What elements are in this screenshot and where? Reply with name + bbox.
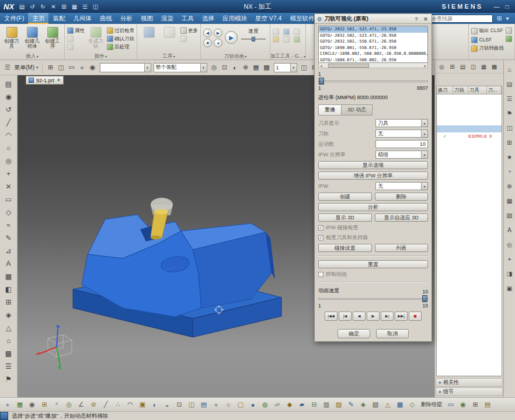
selected-row[interactable] (437, 125, 502, 132)
close-icon[interactable]: ✕ (422, 16, 429, 22)
tab-3d-dynamic[interactable]: 3D 动态 (342, 104, 373, 116)
part-file-tab[interactable]: 92-1.prt ✕ (26, 76, 64, 85)
section-details[interactable]: 细节 (436, 387, 503, 396)
bottom-toolbar-icon[interactable]: ● (247, 399, 259, 410)
resource-bar-icon[interactable]: ⌂ (505, 65, 514, 74)
ribbon-tab[interactable]: 应用模块 (218, 13, 251, 24)
play-backward-button[interactable]: ◀ (203, 29, 212, 37)
operation-big-button[interactable] (140, 25, 158, 38)
delete-group-label[interactable]: 删除组据 (419, 401, 444, 408)
ipw-resolution-select[interactable]: 精细 (375, 150, 428, 159)
ribbon-tab[interactable]: 视图 (137, 13, 157, 24)
postprocess-button[interactable]: 后处理 (107, 43, 134, 51)
bottom-toolbar-icon[interactable]: ⊞ (39, 399, 50, 410)
ribbon-right-mini-button[interactable] (506, 27, 512, 34)
machining-tool-icon[interactable] (283, 29, 290, 35)
toolpath-position-slider[interactable] (318, 78, 428, 85)
qat-icon[interactable]: ▦ (70, 2, 79, 11)
left-toolbar-icon[interactable]: ◠ (1, 129, 16, 142)
selection-toolbar-icon[interactable]: ◫ (57, 63, 66, 72)
scrollbar-thumb[interactable] (328, 64, 369, 68)
bottom-toolbar-icon[interactable]: ▧ (370, 399, 381, 410)
resource-bar-icon[interactable]: ▦ (505, 196, 514, 205)
left-toolbar-icon[interactable]: ▤ (1, 78, 16, 90)
left-toolbar-icon[interactable]: ◉ (1, 90, 16, 103)
list-button[interactable]: 列表 (375, 244, 429, 252)
navigator-toolbar-icon[interactable]: ▩ (490, 62, 499, 71)
bottom-toolbar-icon[interactable]: ⊟ (308, 399, 320, 410)
reset-button[interactable]: 重置 (318, 260, 428, 268)
qat-icon[interactable]: ⊞ (60, 2, 68, 11)
left-toolbar-icon[interactable]: ▭ (1, 193, 16, 206)
bottom-toolbar-icon[interactable]: ◫ (186, 399, 197, 410)
window-control-icon[interactable]: — (492, 2, 501, 11)
goto-statement-row[interactable]: GOTO/-1890.001,-558.671,-26.950 (319, 45, 427, 51)
speed-slider[interactable] (241, 37, 266, 41)
group-label-machining-tools[interactable]: 加工工具 - G... (270, 53, 305, 60)
left-toolbar-icon[interactable]: ◧ (1, 283, 16, 296)
goto-statement-list[interactable]: GOTO/-2032.502,-523.471,-23.950GOTO/-203… (318, 26, 428, 63)
ipw-create-button[interactable]: 创建 (318, 192, 372, 201)
bottom-toolbar-icon[interactable]: ▢ (235, 399, 246, 410)
machining-tool-icon[interactable] (273, 29, 279, 35)
operation-big-button[interactable] (160, 25, 179, 38)
bottom-toolbar-icon[interactable]: ◉ (457, 399, 469, 410)
speed-slider-thumb[interactable] (422, 295, 427, 302)
bottom-toolbar-icon[interactable]: ╱ (100, 399, 112, 410)
ribbon-tab[interactable]: 选择 (198, 13, 218, 24)
ribbon-tab[interactable]: 主页 (28, 13, 48, 24)
bottom-toolbar-icon[interactable]: ▣ (137, 399, 148, 410)
navigator-table[interactable]: 换刀 刀轨 刀具 刀... ✓ E32R0.8 0 (436, 86, 502, 376)
left-toolbar-icon[interactable]: ≈ (1, 219, 16, 232)
left-toolbar-icon[interactable]: ⚑ (1, 373, 16, 386)
machining-tool-icon[interactable] (294, 29, 300, 35)
suppress-animation-checkbox[interactable]: 抑制动画 (318, 271, 428, 278)
goto-statement-row[interactable]: CIRCLE/-1890.002,-560.002,-26.950,0.0000… (319, 51, 427, 57)
goto-statement-row[interactable]: GOTO/-1888.671,-560.002,-26.950 (319, 57, 427, 64)
orientation-triad[interactable] (35, 325, 72, 370)
ribbon-tab[interactable]: 曲线 (96, 13, 116, 24)
selection-toolbar-icon[interactable]: ⊞ (46, 63, 55, 72)
snap-toolbar-icon[interactable]: ⊕ (241, 63, 250, 72)
qat-icon[interactable]: ▤ (18, 2, 26, 11)
bottom-toolbar-icon[interactable]: ⊘ (88, 399, 99, 410)
navigator-toolbar-icon[interactable]: ◫ (469, 62, 478, 71)
goto-statement-row[interactable]: GOTO/-2032.502,-523.471,-26.950 (319, 33, 427, 39)
ribbon-tab[interactable]: 装配 (48, 13, 69, 24)
bottom-toolbar-icon[interactable]: ▤ (482, 399, 493, 410)
motion-count-input[interactable]: 10 (375, 140, 428, 148)
selection-toolbar-icon[interactable]: ▭ (67, 63, 76, 72)
selection-filter-select[interactable] (100, 63, 151, 72)
tool-display-select[interactable]: 刀具 (375, 119, 428, 127)
dialog-titlebar[interactable]: ⚙ 刀轨可视化 (原有) ? ✕ (315, 14, 432, 24)
bottom-toolbar-icon[interactable]: ◐ (149, 399, 161, 410)
left-toolbar-icon[interactable]: ╱ (1, 116, 16, 129)
playback-button[interactable]: ▶ (367, 312, 380, 321)
left-toolbar-icon[interactable]: ↺ (1, 103, 16, 116)
playback-button[interactable]: ▶| (381, 312, 394, 321)
checkbox-icon[interactable]: ✓ (318, 225, 323, 230)
bottom-toolbar-icon[interactable]: △ (382, 399, 394, 410)
show-adaptive-3d-button[interactable]: 显示自适应 3D (375, 214, 429, 222)
command-search-input[interactable] (424, 15, 493, 23)
resource-bar-icon[interactable]: ⊞ (505, 138, 514, 147)
check-tool-holder-checkbox[interactable]: ✓ 检查刀具和夹持器 (318, 234, 428, 242)
ribbon-right-mini-button[interactable] (506, 35, 512, 43)
output-clsf-button[interactable]: 输出 CLSF (471, 27, 504, 35)
ipw-select[interactable]: 无 (375, 182, 428, 190)
menubar-icon[interactable]: ▾ (503, 15, 511, 22)
group-label-animation[interactable]: 刀轨动画 (201, 53, 270, 60)
resource-bar-icon[interactable]: ☰ (505, 94, 514, 103)
pause-button[interactable]: ● (214, 38, 222, 47)
navigator-toolbar-icon[interactable]: ◎ (437, 62, 446, 71)
bottom-toolbar-icon[interactable]: ▦ (14, 399, 26, 410)
machining-tool-icon[interactable] (283, 36, 290, 43)
machining-tool-icon[interactable] (273, 36, 279, 43)
action-mini-button[interactable] (67, 43, 85, 51)
collision-settings-button[interactable]: 碰撞设置 (318, 244, 372, 252)
snap-toolbar-icon[interactable]: ▩ (262, 63, 272, 72)
resource-bar-icon[interactable]: ◎ (505, 240, 514, 249)
ribbon-tab[interactable]: 星空 V7.4 (251, 13, 286, 24)
playback-button[interactable]: |◀ (339, 312, 352, 321)
group-label-actions[interactable]: 操作 (65, 53, 137, 60)
